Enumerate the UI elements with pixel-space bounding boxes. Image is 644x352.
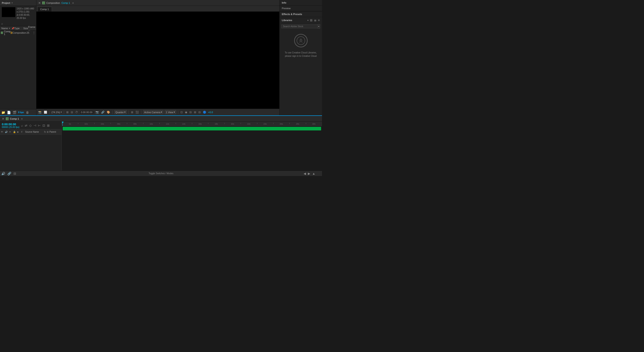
adobe-stock-input[interactable] (281, 24, 318, 28)
layer-col-label: ■ (17, 131, 20, 133)
quality-dropdown[interactable]: Quarter ▾ (114, 110, 127, 114)
tl-overlap-icon[interactable]: ⊞ (47, 124, 50, 127)
ruler-0s: 0s (62, 123, 78, 125)
3d-view-icon[interactable]: ⊟ (198, 111, 201, 114)
file-type: Composition (12, 31, 26, 34)
layer-col-eye: 👁 (1, 131, 4, 133)
timeline-controls-bar: 0:00:00:00 00000 (25.00 fps) ⌕ ⇄ ◇ ⊣ ⊢ ⊡… (0, 122, 62, 129)
renderer-icon[interactable]: 🔵 (202, 111, 207, 114)
view-options-icon[interactable]: ⊡ (180, 111, 183, 114)
app-container: Project ≡ 1920 x 1080 (480 x 270) (1.00)… (0, 0, 322, 176)
file-name: Comp 1 (4, 30, 10, 35)
timeline-green-bar (63, 127, 321, 130)
timeline-left-panel: 0:00:00:00 00000 (25.00 fps) ⌕ ⇄ ◇ ⊣ ⊢ ⊡… (0, 122, 62, 171)
ruler-8s: 08s (127, 123, 143, 125)
camera-dropdown[interactable]: Active Camera ▾ (143, 110, 163, 114)
libraries-menu-icon[interactable]: ≡ (318, 18, 320, 22)
project-menu-icon[interactable]: ≡ (12, 1, 13, 4)
camera-icon[interactable]: 📷 (95, 111, 99, 114)
tl-bottom-arrow-left[interactable]: ◀ (304, 172, 306, 175)
layer-col-num: # (21, 131, 24, 133)
cc-logo-icon (294, 34, 308, 47)
tl-search-icon[interactable]: ⌕ (21, 124, 23, 127)
timeline-ruler: 0s 02s 04s 06s 08s 10s 12s 14s 16s 18s 2… (62, 122, 322, 126)
libraries-controls: ▾ ⊞ ≣ ≡ (308, 18, 320, 22)
pin-icon: 📌 (12, 27, 14, 30)
tl-bottom-right-controls: ◀ ▶ ▲ (304, 172, 315, 175)
comp-icon-bottom[interactable]: 🎬 (12, 111, 16, 114)
project-title: Project (2, 1, 10, 4)
link-icon[interactable]: 🔗 (101, 111, 105, 114)
preview-label: Preview (282, 7, 290, 10)
effects-presets-header[interactable]: Effects & Presets (280, 11, 322, 17)
trash-icon[interactable]: 🗑 (26, 111, 29, 114)
timeline-track-area (62, 126, 322, 171)
ruler-2s: 02s (78, 123, 94, 125)
grid-icon[interactable]: ⊞ (130, 111, 134, 114)
fit-comp-icon[interactable]: ⊞ (66, 111, 69, 114)
comp-details-line2: Δ 0:00:30:00, 25.00 fps (17, 13, 34, 20)
view-dropdown[interactable]: 1 View ▾ (165, 110, 176, 114)
tl-parent-link-icon[interactable]: ⇄ (25, 124, 28, 127)
tl-bottom-link[interactable]: 🔗 (8, 172, 11, 175)
project-panel: Project ≡ 1920 x 1080 (480 x 270) (1.00)… (0, 0, 36, 115)
guide-icon[interactable]: ⊟ (189, 111, 192, 114)
ruler-30s: 30s (306, 123, 322, 125)
layer-icon[interactable]: ⊞ (194, 111, 196, 114)
adobe-stock-dropdown-arrow[interactable]: ▾ (318, 24, 320, 28)
timeline-fps: 00000 (25.00 fps) (2, 126, 19, 128)
libraries-list-btn[interactable]: ≣ (314, 18, 316, 22)
viewport-close-btn[interactable]: ✕ (38, 1, 41, 5)
zoom-display[interactable]: (74.1%) ▾ (52, 111, 62, 114)
tl-draft-icon[interactable]: ◇ (29, 124, 32, 127)
camera-label: Active Camera (144, 111, 160, 114)
project-details: 1920 x 1080 (480 x 270) (1.00) Δ 0:00:30… (17, 7, 34, 20)
timeline-menu-icon[interactable]: ≡ (21, 117, 22, 120)
viewport-canvas (36, 12, 279, 109)
expand-icon[interactable]: ⋮ (32, 31, 35, 34)
col-size: Size (23, 27, 28, 30)
snapshot-icon[interactable]: 📸 (38, 111, 42, 114)
new-folder-icon[interactable]: 📁 (1, 111, 5, 114)
tl-bottom-3d[interactable]: ⊟ (14, 172, 16, 175)
timeline-timecode[interactable]: 0:00:00:00 (2, 123, 19, 126)
project-search-icon: ⌕ (1, 22, 3, 25)
file-row-comp1[interactable]: Comp 1 Composition 25 ⋮ (0, 30, 36, 35)
timeline-close-btn[interactable]: ✕ (2, 117, 4, 121)
tl-bottom-speaker[interactable]: 🔊 (1, 172, 5, 175)
layer-col-solo: ☀ (9, 131, 12, 133)
project-bottom-toolbar: 📁 📄 🎬 8 bpc 🗑 (0, 109, 36, 115)
viewport-menu-icon[interactable]: ≡ (72, 1, 74, 4)
view-dropdown-arrow: ▾ (174, 111, 175, 114)
separator1 (50, 110, 50, 114)
tl-bottom-arrow-up[interactable]: ▲ (312, 172, 315, 175)
separator5 (141, 110, 141, 114)
layer-fx-icon: fx (44, 131, 46, 133)
tl-inpoint-icon[interactable]: ⊣ (34, 124, 36, 127)
sort-arrow-icon: ▼ (8, 27, 10, 29)
tl-bottom-arrow-right[interactable]: ▶ (308, 172, 310, 175)
timecode-display[interactable]: 0:00:00:00 (80, 110, 94, 114)
ruler-20s: 20s (224, 123, 241, 125)
zoom-dropdown-arrow[interactable]: ▾ (61, 111, 62, 114)
separator6 (178, 110, 178, 114)
mask-icon[interactable]: ◉ (184, 111, 188, 114)
libraries-grid-btn[interactable]: ⊞ (310, 18, 312, 22)
3d-icon[interactable]: ⬛ (135, 111, 139, 114)
effects-presets-section: Effects & Presets (280, 11, 322, 17)
cc-placeholder: To use Creative Cloud Libraries,please s… (280, 29, 322, 62)
preview-header[interactable]: Preview (280, 5, 322, 11)
show-channel-icon[interactable]: ⬜ (43, 111, 48, 114)
timer-icon[interactable]: ⏱ (75, 111, 78, 114)
ruler-22s: 22s (241, 123, 257, 125)
frame-icon[interactable]: ⊟ (70, 111, 74, 114)
libraries-dropdown-arrow[interactable]: ▾ (308, 19, 308, 21)
new-item-icon[interactable]: 📄 (7, 111, 11, 114)
tl-sequence-icon[interactable]: ⊡ (42, 124, 45, 127)
tab-comp1[interactable]: Comp 1 (37, 7, 52, 11)
comp-details-line1: 1920 x 1080 (480 x 270) (1.00) (17, 7, 34, 13)
info-header[interactable]: Info (280, 0, 322, 5)
layer-switches-icon: ⊞ (47, 131, 48, 133)
color-wheel-icon[interactable]: 🎨 (106, 111, 110, 114)
tl-outpoint-icon[interactable]: ⊢ (38, 124, 41, 127)
